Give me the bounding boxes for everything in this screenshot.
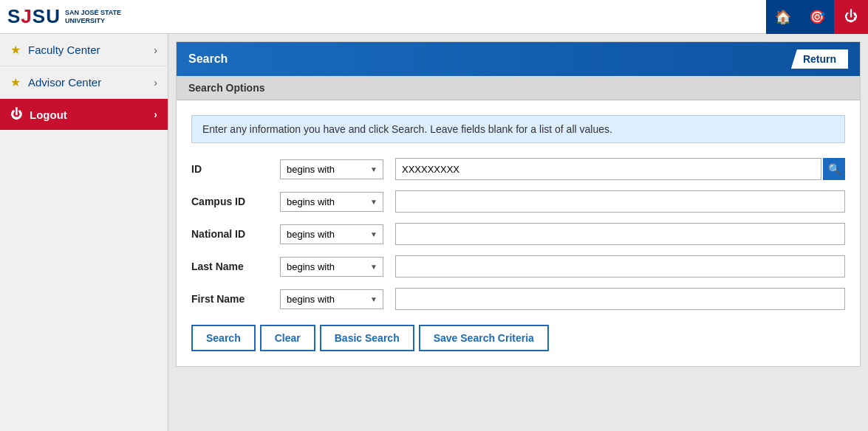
logout-label: Logout bbox=[30, 108, 67, 121]
first-name-operator-select[interactable]: begins with contains = bbox=[280, 289, 383, 309]
campus-id-label: Campus ID bbox=[191, 196, 280, 207]
main-layout: ★ Faculty Center › ★ Advisor Center › ⏻ … bbox=[0, 34, 868, 431]
home-button[interactable]: 🏠 bbox=[766, 0, 800, 34]
logo-sjsu: SJSU bbox=[7, 5, 61, 28]
first-name-input[interactable] bbox=[395, 288, 845, 310]
info-message: Enter any information you have and click… bbox=[202, 123, 612, 135]
power-icon: ⏻ bbox=[10, 108, 22, 121]
last-name-operator-select[interactable]: begins with contains = bbox=[280, 257, 383, 277]
national-id-label: National ID bbox=[191, 228, 280, 240]
chevron-right-icon: › bbox=[154, 77, 157, 89]
power-icon: ⏻ bbox=[844, 9, 858, 24]
content-area: Search Return Search Options Enter any i… bbox=[168, 34, 868, 431]
id-input[interactable] bbox=[395, 158, 821, 180]
power-button[interactable]: ⏻ bbox=[834, 0, 868, 34]
first-name-row: First Name begins with contains = bbox=[191, 288, 845, 310]
logo: SJSU SAN JOSÉ STATEUNIVERSITY bbox=[0, 5, 121, 28]
sidebar-item-faculty-center[interactable]: ★ Faculty Center › bbox=[0, 34, 168, 66]
national-id-operator-select[interactable]: begins with contains = bbox=[280, 224, 383, 244]
last-name-input[interactable] bbox=[395, 255, 845, 277]
first-name-operator-wrapper: begins with contains = bbox=[280, 289, 383, 309]
target-icon: 🎯 bbox=[809, 9, 825, 25]
logout-button[interactable]: ⏻ Logout › bbox=[0, 99, 168, 130]
star-icon: ★ bbox=[10, 43, 21, 57]
chevron-right-icon: › bbox=[154, 44, 157, 56]
campus-id-operator-select[interactable]: begins with contains = bbox=[280, 192, 383, 212]
info-box: Enter any information you have and click… bbox=[191, 115, 845, 143]
campus-id-input[interactable] bbox=[395, 190, 845, 213]
search-options-bar: Search Options bbox=[177, 76, 860, 100]
header: SJSU SAN JOSÉ STATEUNIVERSITY 🏠 🎯 ⏻ bbox=[0, 0, 868, 34]
id-operator-wrapper: begins with contains = bbox=[280, 159, 383, 179]
home-icon: 🏠 bbox=[775, 9, 791, 25]
basic-search-button[interactable]: Basic Search bbox=[320, 325, 414, 351]
magnifier-icon: 🔍 bbox=[828, 163, 841, 175]
clear-button[interactable]: Clear bbox=[260, 325, 315, 351]
last-name-row: Last Name begins with contains = bbox=[191, 255, 845, 277]
chevron-right-icon: › bbox=[154, 108, 157, 120]
id-search-icon-button[interactable]: 🔍 bbox=[823, 158, 845, 180]
id-label: ID bbox=[191, 163, 280, 175]
header-icons: 🏠 🎯 ⏻ bbox=[766, 0, 868, 34]
campus-id-operator-wrapper: begins with contains = bbox=[280, 192, 383, 212]
search-button[interactable]: Search bbox=[191, 325, 256, 351]
last-name-input-wrapper bbox=[395, 255, 845, 277]
sidebar: ★ Faculty Center › ★ Advisor Center › ⏻ … bbox=[0, 34, 168, 431]
search-panel: Search Return Search Options Enter any i… bbox=[176, 41, 861, 367]
target-button[interactable]: 🎯 bbox=[800, 0, 834, 34]
return-button[interactable]: Return bbox=[791, 49, 848, 69]
first-name-label: First Name bbox=[191, 293, 280, 305]
sidebar-item-advisor-center[interactable]: ★ Advisor Center › bbox=[0, 66, 168, 99]
sidebar-item-label: Advisor Center bbox=[28, 76, 101, 89]
last-name-operator-wrapper: begins with contains = bbox=[280, 257, 383, 277]
star-icon: ★ bbox=[10, 75, 21, 89]
campus-id-row: Campus ID begins with contains = bbox=[191, 190, 845, 213]
campus-id-input-wrapper bbox=[395, 190, 845, 213]
id-input-wrapper: 🔍 bbox=[395, 158, 845, 180]
action-buttons: Search Clear Basic Search Save Search Cr… bbox=[191, 325, 845, 351]
national-id-input[interactable] bbox=[395, 223, 845, 245]
national-id-operator-wrapper: begins with contains = bbox=[280, 224, 383, 244]
search-header: Search Return bbox=[177, 42, 860, 76]
search-body: Enter any information you have and click… bbox=[177, 100, 860, 366]
last-name-label: Last Name bbox=[191, 261, 280, 272]
national-id-row: National ID begins with contains = bbox=[191, 223, 845, 245]
national-id-input-wrapper bbox=[395, 223, 845, 245]
id-operator-select[interactable]: begins with contains = bbox=[280, 159, 383, 179]
sidebar-item-label: Faculty Center bbox=[28, 44, 100, 56]
id-row: ID begins with contains = 🔍 bbox=[191, 158, 845, 180]
search-options-label: Search Options bbox=[188, 82, 264, 94]
save-search-button[interactable]: Save Search Criteria bbox=[419, 325, 549, 351]
search-title: Search bbox=[188, 52, 228, 66]
first-name-input-wrapper bbox=[395, 288, 845, 310]
logo-text: SAN JOSÉ STATEUNIVERSITY bbox=[65, 9, 121, 25]
